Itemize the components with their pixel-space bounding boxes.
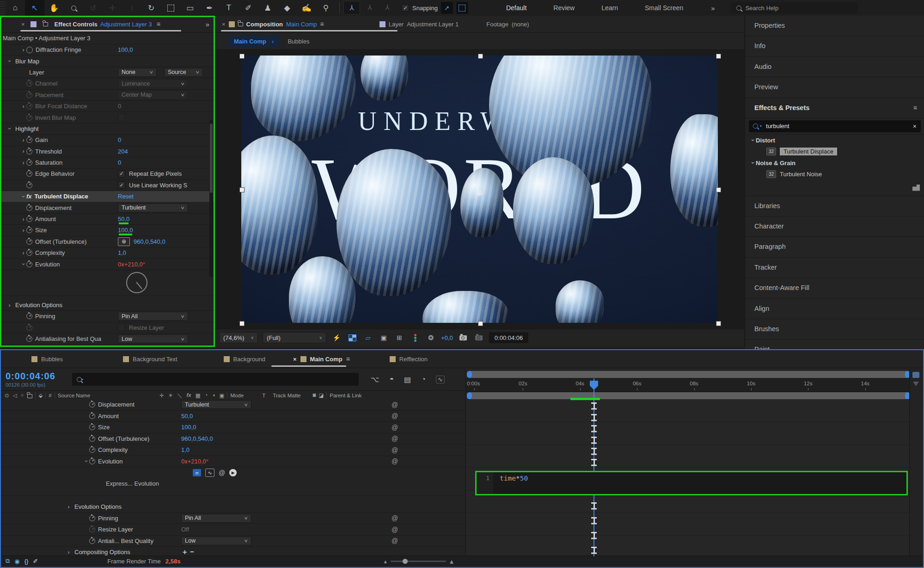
pan-camera-tool-icon[interactable]: ✛	[103, 0, 122, 16]
property-row-layer[interactable]: LayerNone∨Source∨	[0, 67, 215, 78]
expand-caret-icon[interactable]: ›	[20, 250, 26, 256]
composition-viewer[interactable]: UNDERWATЕR WORLD ⊕	[215, 49, 744, 329]
pick-whip-icon[interactable]: @	[392, 457, 398, 465]
property-value[interactable]: 50,0	[181, 413, 193, 420]
property-value[interactable]: 0x+210,0°	[118, 261, 145, 268]
quality-switch-icon[interactable]: ☀	[168, 392, 173, 399]
property-row-threshold[interactable]: ›Threshold204	[0, 146, 215, 157]
pick-whip-icon[interactable]: @	[392, 514, 398, 522]
value-dropdown[interactable]: Low∨	[181, 537, 251, 545]
rectangle-tool-icon[interactable]: ▭	[180, 0, 200, 16]
work-area-bar[interactable]	[467, 392, 910, 399]
value-dropdown[interactable]: Luminance∨	[118, 79, 188, 88]
layer-anchor-point-icon[interactable]: ⊕	[476, 188, 483, 198]
horizontal-scrollbar[interactable]	[467, 371, 910, 378]
checkbox[interactable]: ✓	[118, 181, 125, 189]
property-row-evolution-options[interactable]: ›Evolution Options	[0, 300, 215, 311]
effects-switch-icon[interactable]: ＼	[177, 392, 183, 399]
property-row-size[interactable]: ›Size100,0	[0, 225, 215, 236]
property-value[interactable]: 100,0	[118, 227, 133, 234]
timeline-tab-background-text[interactable]: Background Text	[123, 356, 177, 363]
exposure-icon[interactable]: ❂	[425, 333, 436, 343]
frame-blend-switch-icon[interactable]: ▦	[196, 392, 201, 399]
brush-tool-icon[interactable]: ✐	[239, 0, 258, 16]
selection-tool-icon[interactable]: ↖	[25, 0, 44, 16]
property-value[interactable]: 960,0,540,0	[181, 435, 213, 442]
keyframe-ibeam-icon[interactable]	[591, 459, 597, 466]
motion-blur-switch-icon[interactable]: ◔	[205, 392, 208, 399]
property-row-amount[interactable]: ›Amount50,0	[0, 214, 215, 225]
stopwatch-icon[interactable]	[26, 239, 32, 245]
keyframe-ibeam-icon[interactable]	[591, 547, 597, 554]
stopwatch-icon[interactable]	[89, 458, 95, 464]
parent-link-column[interactable]: Parent & Link	[330, 393, 361, 398]
property-row-diffraction-fringe[interactable]: ›Diffraction Fringe100,0	[0, 44, 215, 56]
property-row-compositing-options[interactable]: ›Compositing Options＋−	[1, 547, 465, 556]
pen-tool-icon[interactable]: ✒	[200, 0, 219, 16]
luma-matte-icon[interactable]: ◪	[318, 392, 324, 399]
property-row-channel[interactable]: ChannelLuminance∨	[0, 78, 215, 89]
workspace-small-screen[interactable]: Small Screen	[645, 4, 683, 12]
workspace-review[interactable]: Review	[553, 4, 575, 12]
stopwatch-icon[interactable]	[26, 216, 32, 222]
magnification-dropdown[interactable]: (74,6%)∨	[219, 332, 258, 343]
snapping-checkbox[interactable]: ✓	[402, 4, 409, 12]
workspace-default[interactable]: Default	[506, 4, 526, 12]
snap-arrow-icon[interactable]: ➚	[441, 2, 453, 14]
new-panel-corner-icon[interactable]	[912, 185, 920, 191]
region-of-interest-tool-icon[interactable]	[161, 0, 180, 16]
snap-bounds-icon[interactable]	[456, 2, 468, 14]
stopwatch-icon[interactable]	[26, 205, 32, 211]
snapshot-camera-icon[interactable]	[458, 333, 469, 343]
property-row-displacement[interactable]: DisplacementTurbulent∨@	[1, 399, 465, 411]
workspace-overflow-chevron[interactable]: »	[711, 4, 715, 12]
property-row-blur-map[interactable]: ›Blur Map	[0, 56, 215, 67]
clone-stamp-tool-icon[interactable]: ♟	[258, 0, 277, 16]
type-tool-icon[interactable]: T	[219, 0, 239, 16]
value-dropdown[interactable]: Pin All∨	[118, 312, 188, 321]
panel-title[interactable]: Effect Controls	[55, 21, 98, 28]
timeline-search-input[interactable]: ▾	[72, 373, 359, 386]
panel-menu-icon[interactable]: ≡	[913, 104, 917, 111]
property-row-complexity[interactable]: Complexity1,0@	[1, 445, 465, 456]
tab-layer-adjustment-layer-1[interactable]: Layer Adjustment Layer 1	[379, 21, 459, 28]
property-row-resize-layer[interactable]: Resize LayerOff@	[1, 524, 465, 536]
property-value[interactable]: 960,0,540,0	[134, 238, 165, 245]
stopwatch-icon[interactable]	[26, 250, 32, 256]
scroll-cap-left[interactable]	[467, 371, 472, 378]
property-value[interactable]: 100,0	[181, 424, 196, 431]
resize-handle[interactable]	[716, 54, 721, 59]
motion-blur-icon[interactable]: ◔	[421, 375, 426, 383]
breadcrumb-parent-comp[interactable]: Bubbles	[288, 38, 309, 45]
clear-search-icon[interactable]: ×	[913, 123, 917, 130]
pick-whip-icon[interactable]: @	[392, 412, 398, 420]
panel-tab-tracker[interactable]: Tracker	[745, 258, 924, 278]
current-time-group[interactable]: 0:00:04:06 00126 (30.00 fps)	[6, 371, 69, 388]
property-value[interactable]: 0x+210,0°	[181, 458, 208, 465]
property-row-evolution[interactable]: ›Evolution0x+210,0°	[0, 259, 215, 270]
expand-caret-icon[interactable]: ›	[66, 549, 72, 556]
reset-link[interactable]: Reset	[118, 193, 134, 200]
property-value[interactable]: 1,0	[181, 446, 190, 453]
zoom-in-icon[interactable]: ▴	[450, 557, 453, 566]
effects-search-input[interactable]: ▾ turbulent ×	[749, 120, 921, 132]
panel-tab-preview[interactable]: Preview	[745, 77, 924, 98]
panel-tab-properties[interactable]: Properties	[745, 16, 924, 36]
property-row-antialiasing-for-best-qua[interactable]: Antialiasing for Best QuaLow∨	[0, 333, 215, 345]
stopwatch-icon[interactable]	[26, 261, 32, 267]
timeline-tab-refflection[interactable]: Refflection	[390, 356, 428, 363]
shy-layers-icon[interactable]: ◓	[389, 375, 394, 383]
exposure-value[interactable]: +0,0	[441, 334, 453, 341]
stopwatch-icon[interactable]	[89, 413, 95, 419]
value-dropdown[interactable]: Turbulent∨	[118, 204, 188, 212]
effects-category-noise-grain[interactable]: ›Noise & Grain	[745, 157, 924, 169]
panel-overflow-chevron[interactable]: »	[206, 20, 209, 28]
value-dropdown[interactable]: Center Map∨	[118, 91, 188, 99]
collapse-caret-icon[interactable]: ›	[20, 261, 27, 267]
property-value[interactable]: 1,0	[118, 249, 126, 256]
brackets-icon[interactable]: {}	[24, 558, 29, 565]
expression-code[interactable]: time*50	[493, 472, 528, 494]
stopwatch-icon[interactable]	[26, 227, 32, 233]
expand-caret-icon[interactable]: ›	[20, 47, 26, 53]
stopwatch-icon[interactable]	[26, 137, 32, 143]
